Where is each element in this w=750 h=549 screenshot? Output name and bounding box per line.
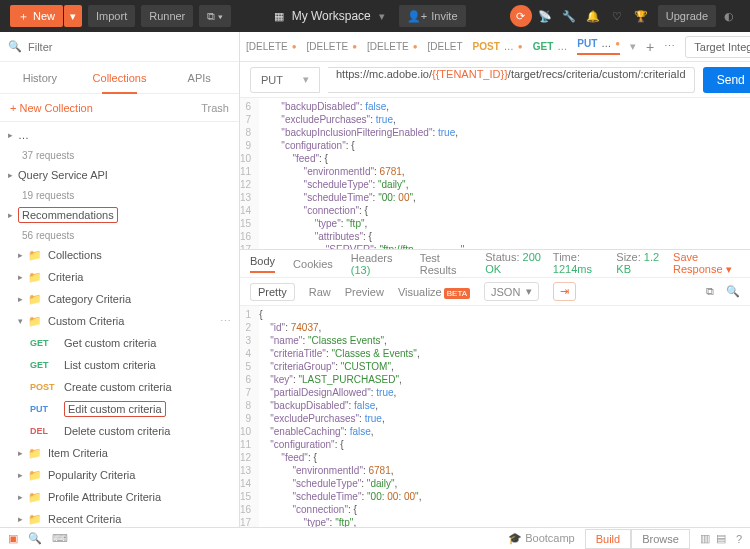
request-body-editor[interactable]: 67891011121314151617181920212223242526 "… <box>240 98 750 250</box>
bell-icon[interactable]: 🔔 <box>582 5 604 27</box>
request-tab[interactable]: [DELET <box>428 41 463 52</box>
tree-item[interactable]: 56 requests <box>0 226 239 244</box>
status-label: Status: 200 OK <box>485 251 543 276</box>
tree-item[interactable]: ▾📁Custom Criteria⋯ <box>0 310 239 332</box>
browse-tab[interactable]: Browse <box>631 529 690 549</box>
heart-icon[interactable]: ♡ <box>606 5 628 27</box>
find-icon[interactable]: 🔍 <box>28 532 42 545</box>
response-body[interactable]: 1234567891011121314151617181920212223242… <box>240 306 750 527</box>
url-input[interactable]: https://mc.adobe.io/{{TENANT_ID}}/target… <box>328 67 695 93</box>
request-tab[interactable]: PUT …● <box>577 38 620 55</box>
request-tab[interactable]: [DELETE● <box>307 41 358 52</box>
tree-item[interactable]: PUTEdit custom criteria <box>0 398 239 420</box>
upgrade-button[interactable]: Upgrade <box>658 5 716 27</box>
visualize-tab[interactable]: VisualizeBETA <box>398 286 470 298</box>
tree-item[interactable]: DELDelete custom criteria <box>0 420 239 442</box>
workspace-icon: ▦ <box>274 10 284 23</box>
tree-item[interactable]: ▸ Query Service API <box>0 164 239 186</box>
tree-item[interactable]: ▸📁Criteria <box>0 266 239 288</box>
tab-history[interactable]: History <box>0 62 80 93</box>
tab-chevron[interactable]: ▾ <box>630 40 636 53</box>
request-tab[interactable]: [DELETE● <box>246 41 297 52</box>
tree-item[interactable]: 37 requests <box>0 146 239 164</box>
new-tab-button[interactable]: + <box>646 39 654 55</box>
format-selector[interactable]: JSON ▾ <box>484 282 539 301</box>
wrap-button[interactable]: ⇥ <box>553 282 576 301</box>
wrench-icon[interactable]: 🔧 <box>558 5 580 27</box>
satellite-icon[interactable]: 📡 <box>534 5 556 27</box>
resp-tab-cookies[interactable]: Cookies <box>293 258 333 270</box>
tree-item[interactable]: ▸📁Profile Attribute Criteria <box>0 486 239 508</box>
copy-icon[interactable]: ⧉ <box>706 285 714 298</box>
tree-item[interactable]: ▸📁Popularity Criteria <box>0 464 239 486</box>
tree-item[interactable]: GETGet custom criteria <box>0 332 239 354</box>
tree-item[interactable]: 19 requests <box>0 186 239 204</box>
help-icon[interactable]: ? <box>736 533 742 545</box>
window-menu[interactable]: ⧉ ▾ <box>199 5 231 27</box>
response-search-icon[interactable]: 🔍 <box>726 285 740 298</box>
sidebar-toggle-icon[interactable]: ▣ <box>8 532 18 545</box>
console-icon[interactable]: ⌨ <box>52 532 68 545</box>
request-tab[interactable]: [DELETE● <box>367 41 418 52</box>
preview-tab[interactable]: Preview <box>345 286 384 298</box>
new-dropdown[interactable]: ▾ <box>64 5 82 27</box>
tab-apis[interactable]: APIs <box>159 62 239 93</box>
tab-collections[interactable]: Collections <box>80 62 160 93</box>
new-button[interactable]: ＋New <box>10 5 63 27</box>
trash-link[interactable]: Trash <box>201 102 229 114</box>
import-button[interactable]: Import <box>88 5 135 27</box>
resp-tab-tests[interactable]: Test Results <box>420 252 468 276</box>
runner-button[interactable]: Runner <box>141 5 193 27</box>
tree-item[interactable]: ▸ … <box>0 124 239 146</box>
layout-icon-1[interactable]: ▥ <box>700 532 710 545</box>
invite-button[interactable]: 👤+ Invite <box>399 5 466 27</box>
save-response[interactable]: Save Response ▾ <box>673 251 740 276</box>
resp-tab-headers[interactable]: Headers (13) <box>351 252 402 276</box>
search-icon: 🔍 <box>8 40 22 53</box>
tree-item[interactable]: GETList custom criteria <box>0 354 239 376</box>
tree-item[interactable]: ▸ Recommendations <box>0 204 239 226</box>
tree-item[interactable]: ▸📁Item Criteria <box>0 442 239 464</box>
sync-icon[interactable]: ⟳ <box>510 5 532 27</box>
environment-selector[interactable]: Target Integration <box>685 36 750 58</box>
tree-item[interactable]: ▸📁Collections <box>0 244 239 266</box>
collection-tree: ▸ …37 requests▸ Query Service API19 requ… <box>0 122 239 527</box>
size-label: Size: 1.2 KB <box>616 251 663 276</box>
filter-input[interactable] <box>28 41 231 53</box>
method-selector[interactable]: PUT▾ <box>250 67 320 93</box>
request-tabs: [DELETE●[DELETE●[DELETE●[DELETPOST …●GET… <box>240 32 750 62</box>
bootcamp-link[interactable]: 🎓 Bootcamp <box>508 532 575 545</box>
new-collection[interactable]: + New Collection <box>10 102 93 114</box>
layout-icon-2[interactable]: ▤ <box>716 532 726 545</box>
tree-item[interactable]: POSTCreate custom criteria <box>0 376 239 398</box>
request-tab[interactable]: GET … <box>533 41 568 52</box>
raw-tab[interactable]: Raw <box>309 286 331 298</box>
avatar[interactable]: ◐ <box>718 5 740 27</box>
tree-item[interactable]: ▸📁Recent Criteria <box>0 508 239 527</box>
resp-tab-body[interactable]: Body <box>250 255 275 273</box>
trophy-icon[interactable]: 🏆 <box>630 5 652 27</box>
pretty-tab[interactable]: Pretty <box>250 283 295 301</box>
tab-menu[interactable]: ⋯ <box>664 40 675 53</box>
request-tab[interactable]: POST …● <box>473 41 523 52</box>
send-button[interactable]: Send▾ <box>703 67 750 93</box>
tree-item[interactable]: ▸📁Category Criteria <box>0 288 239 310</box>
workspace-label[interactable]: My Workspace <box>292 9 371 23</box>
time-label: Time: 1214ms <box>553 251 606 276</box>
build-tab[interactable]: Build <box>585 529 631 549</box>
